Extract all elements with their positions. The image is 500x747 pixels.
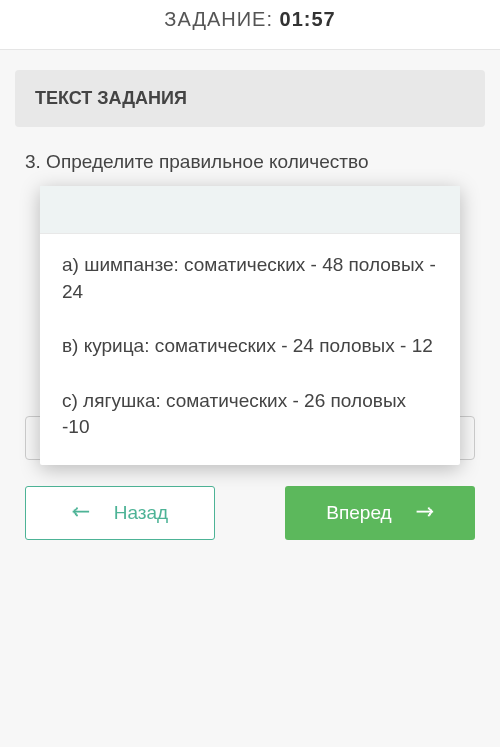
task-header: ТЕКСТ ЗАДАНИЯ [15, 70, 485, 127]
question-text: 3. Определите правильное количество [15, 127, 485, 186]
timer-label: ЗАДАНИЕ: [164, 8, 279, 30]
arrow-left-icon: 🡐 [72, 502, 90, 523]
option-c[interactable]: с) лягушка: соматических - 26 половых -1… [62, 388, 438, 441]
back-button-label: Назад [114, 502, 168, 524]
modal-header[interactable] [40, 186, 460, 234]
option-b[interactable]: в) курица: соматических - 24 половых - 1… [62, 333, 438, 360]
modal-body: a) шимпанзе: соматических - 48 половых -… [40, 234, 460, 465]
option-a[interactable]: a) шимпанзе: соматических - 48 половых -… [62, 252, 438, 305]
options-modal: a) шимпанзе: соматических - 48 половых -… [40, 186, 460, 465]
timer-bar: ЗАДАНИЕ: 01:57 [0, 0, 500, 49]
back-button[interactable]: 🡐 Назад [25, 486, 215, 540]
forward-button-label: Вперед [326, 502, 391, 524]
nav-buttons: 🡐 Назад Вперед 🡒 [15, 460, 485, 540]
arrow-right-icon: 🡒 [416, 502, 434, 523]
forward-button[interactable]: Вперед 🡒 [285, 486, 475, 540]
timer-value: 01:57 [280, 8, 336, 30]
